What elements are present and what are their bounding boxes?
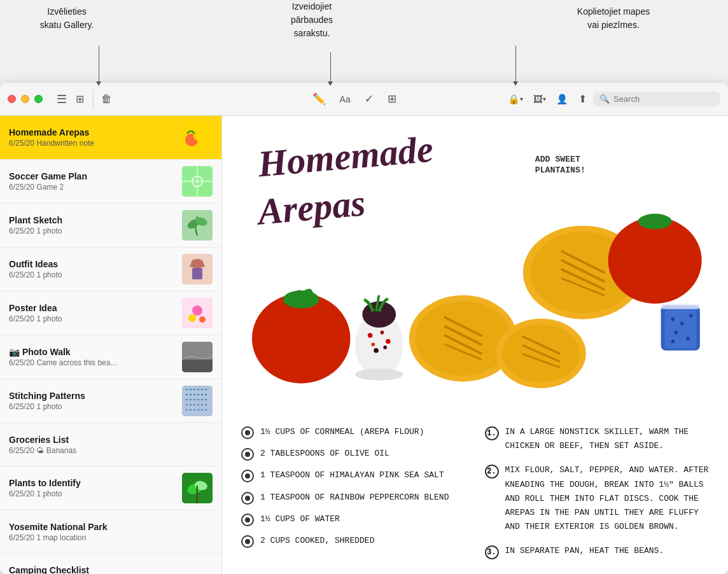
note-meta-8: 6/25/20 🌤 Bananas bbox=[9, 446, 213, 455]
note-info-4: Outfit Ideas 6/25/20 1 photo bbox=[9, 259, 176, 279]
table-icon: ⊞ bbox=[388, 92, 396, 106]
bullet-6 bbox=[241, 535, 254, 548]
bullet-3 bbox=[241, 470, 254, 482]
svg-point-54 bbox=[608, 217, 702, 304]
note-title-11: Camping Checklist bbox=[9, 565, 213, 575]
note-info-6: 📷 Photo Walk 6/25/20 Came across this be… bbox=[9, 347, 176, 367]
note-thumb-3 bbox=[182, 210, 213, 241]
content-area: Homemade Arepas 6/25/20 Handwritten note… bbox=[0, 116, 728, 574]
note-item-4[interactable]: Outfit Ideas 6/25/20 1 photo bbox=[0, 248, 221, 291]
lock-button[interactable]: 🔒 ▾ bbox=[504, 91, 527, 108]
note-title-5: Poster Idea bbox=[9, 303, 176, 313]
note-item-1[interactable]: Homemade Arepas 6/25/20 Handwritten note bbox=[0, 116, 221, 160]
svg-rect-11 bbox=[192, 268, 202, 279]
font-icon: Aa bbox=[340, 94, 351, 104]
ingredient-text-4: 1 TEASPOON OF RAINBOW PEPPERCORN BLEND bbox=[260, 491, 449, 505]
bullet-2 bbox=[241, 448, 254, 461]
svg-point-2 bbox=[193, 131, 209, 141]
note-title-3: Plant Sketch bbox=[9, 215, 176, 225]
instructions-column: 1. IN A LARGE NONSTICK SKILLET, WARM THE… bbox=[485, 425, 710, 570]
note-title-7: Stitching Patterns bbox=[9, 391, 176, 401]
font-button[interactable]: Aa bbox=[336, 92, 354, 107]
ingredient-text-3: 1 TEASPOON OF HIMALAYAN PINK SEA SALT bbox=[260, 468, 444, 482]
note-item-6[interactable]: 📷 Photo Walk 6/25/20 Came across this be… bbox=[0, 335, 221, 379]
note-item-2[interactable]: Soccer Game Plan 6/25/20 Game 2 bbox=[0, 160, 221, 204]
table-button[interactable]: ⊞ bbox=[384, 90, 400, 108]
note-title-10: Yosemite National Park bbox=[9, 522, 213, 532]
note-content: Homemade Arepas ADD SWEET PLANTAINS! bbox=[222, 116, 728, 574]
bullet-5 bbox=[241, 514, 254, 526]
svg-point-60 bbox=[689, 314, 693, 318]
note-meta-6: 6/25/20 Came across this bea... bbox=[9, 358, 176, 367]
svg-point-13 bbox=[192, 305, 202, 316]
media-button[interactable]: 🖼 ▾ bbox=[529, 91, 550, 107]
search-icon: 🔍 bbox=[599, 94, 610, 104]
compose-button[interactable]: ✏️ bbox=[309, 90, 330, 108]
step-number-1: 1. bbox=[485, 426, 499, 440]
delete-button[interactable]: 🗑 bbox=[97, 90, 116, 108]
note-thumb-1 bbox=[182, 122, 213, 153]
note-meta-9: 6/25/20 1 photo bbox=[9, 489, 176, 498]
collab-button[interactable]: 👤 bbox=[552, 91, 572, 108]
note-item-3[interactable]: Plant Sketch 6/25/20 1 photo bbox=[0, 204, 221, 248]
note-editor[interactable]: Homemade Arepas ADD SWEET PLANTAINS! bbox=[222, 116, 728, 574]
toolbar-right: 🔒 ▾ 🖼 ▾ 👤 ⬆ 🔍 bbox=[504, 90, 720, 108]
svg-rect-18 bbox=[182, 386, 213, 416]
svg-point-59 bbox=[680, 321, 684, 325]
ingredients-column: 1½ CUPS OF CORNMEAL (AREPA FLOUR) 2 TABL… bbox=[241, 425, 466, 570]
gallery-view-button[interactable]: ⊞ bbox=[72, 90, 88, 109]
note-info-9: Plants to Identify 6/25/20 1 photo bbox=[9, 478, 176, 498]
minimize-button[interactable] bbox=[21, 95, 29, 103]
note-info-1: Homemade Arepas 6/25/20 Handwritten note bbox=[9, 127, 176, 148]
svg-point-63 bbox=[671, 340, 675, 344]
close-button[interactable] bbox=[8, 95, 16, 103]
instruction-2: 2. MIX FLOUR, SALT, PEPPER, AND WATER. A… bbox=[485, 463, 710, 533]
note-info-8: Groceries List 6/25/20 🌤 Bananas bbox=[9, 435, 213, 455]
annotation-gallery-line bbox=[99, 46, 99, 83]
ingredient-6: 2 CUPS COOKED, SHREDDED bbox=[241, 534, 466, 548]
ingredient-3: 1 TEASPOON OF HIMALAYAN PINK SEA SALT bbox=[241, 468, 466, 482]
note-info-10: Yosemite National Park 6/25/20 1 map loc… bbox=[9, 522, 213, 542]
note-thumb-2 bbox=[182, 166, 213, 197]
maximize-button[interactable] bbox=[34, 95, 43, 103]
note-info-11: Camping Checklist 6/25/20 Camping Trip bbox=[9, 565, 213, 575]
note-thumb-7 bbox=[182, 386, 213, 416]
search-input[interactable] bbox=[613, 94, 703, 104]
media-icon: 🖼 bbox=[533, 94, 543, 104]
svg-point-36 bbox=[386, 339, 391, 344]
gallery-view-icon: ⊞ bbox=[76, 93, 84, 105]
note-meta-5: 6/25/20 1 photo bbox=[9, 314, 176, 323]
note-item-5[interactable]: Poster Idea 6/25/20 1 photo bbox=[0, 291, 221, 335]
svg-text:Arepas: Arepas bbox=[254, 182, 367, 233]
list-view-icon: ☰ bbox=[57, 92, 67, 106]
list-view-button[interactable]: ☰ bbox=[53, 90, 71, 109]
annotation-checklist: Izveidojiet pārbaudes sarakstu. bbox=[264, 0, 360, 40]
ingredient-text-2: 2 TABLESPOONS OF OLIVE OIL bbox=[260, 447, 389, 461]
note-item-7[interactable]: Stitching Patterns 6/25/20 1 photo bbox=[0, 379, 221, 423]
annotation-checklist-line bbox=[330, 52, 331, 83]
svg-point-43 bbox=[415, 301, 511, 375]
share-icon: ⬆ bbox=[578, 93, 587, 105]
search-box[interactable]: 🔍 bbox=[593, 92, 720, 106]
svg-point-39 bbox=[371, 342, 375, 346]
title-bar: ☰ ⊞ 🗑 ✏️ Aa ✓ ⊞ bbox=[0, 83, 728, 116]
recipe-text-area: 1½ CUPS OF CORNMEAL (AREPA FLOUR) 2 TABL… bbox=[241, 425, 709, 570]
note-thumb-5 bbox=[182, 298, 213, 328]
checklist-button[interactable]: ✓ bbox=[361, 90, 377, 108]
note-item-8[interactable]: Groceries List 6/25/20 🌤 Bananas bbox=[0, 423, 221, 466]
annotations: Izvēlieties skatu Gallery. Izveidojiet p… bbox=[0, 0, 728, 83]
note-item-10[interactable]: Yosemite National Park 6/25/20 1 map loc… bbox=[0, 510, 221, 554]
note-meta-3: 6/25/20 1 photo bbox=[9, 227, 176, 235]
app-window: ☰ ⊞ 🗑 ✏️ Aa ✓ ⊞ bbox=[0, 83, 728, 574]
note-item-9[interactable]: Plants to Identify 6/25/20 1 photo bbox=[0, 466, 221, 510]
note-meta-7: 6/25/20 1 photo bbox=[9, 402, 176, 411]
svg-point-15 bbox=[199, 316, 206, 323]
svg-point-14 bbox=[188, 314, 196, 322]
note-item-11[interactable]: Camping Checklist 6/25/20 Camping Trip bbox=[0, 554, 221, 574]
share-button[interactable]: ⬆ bbox=[575, 90, 591, 108]
note-title-1: Homemade Arepas bbox=[9, 127, 176, 137]
annotation-share: Koplietojiet mapes vai piezīmes. bbox=[550, 5, 677, 32]
note-info-3: Plant Sketch 6/25/20 1 photo bbox=[9, 215, 176, 235]
instruction-1: 1. IN A LARGE NONSTICK SKILLET, WARM THE… bbox=[485, 425, 710, 453]
instruction-3: 3. IN SEPARATE PAN, HEAT THE BEANS. bbox=[485, 544, 710, 559]
